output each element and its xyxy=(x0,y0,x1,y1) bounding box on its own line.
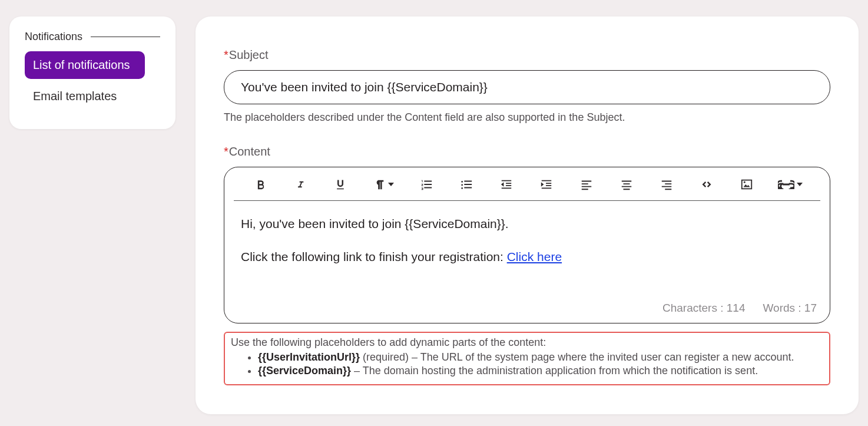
align-right-icon xyxy=(659,178,674,191)
paragraph-format-button[interactable] xyxy=(369,176,397,193)
align-right-button[interactable] xyxy=(655,176,678,193)
align-left-icon xyxy=(579,178,594,191)
indent-button[interactable] xyxy=(535,176,558,193)
editor-toolbar xyxy=(234,167,820,201)
sidebar-item-label: Email templates xyxy=(33,90,117,103)
insert-image-icon xyxy=(739,178,754,191)
required-mark: * xyxy=(224,48,228,61)
align-center-button[interactable] xyxy=(615,176,638,193)
ordered-list-button[interactable] xyxy=(415,176,438,193)
italic-button[interactable] xyxy=(289,176,312,193)
required-mark: * xyxy=(224,145,228,158)
placeholder-token: {{UserInvitationUrl}} xyxy=(258,351,360,363)
subject-field: *Subject xyxy=(224,48,830,104)
char-count: Characters : 114 xyxy=(662,302,745,315)
indent-icon xyxy=(539,178,554,191)
align-center-icon xyxy=(619,178,634,191)
main-panel: *Subject The placeholders described unde… xyxy=(196,16,859,414)
placeholder-token: {{ServiceDomain}} xyxy=(258,365,351,377)
hint-item: {{UserInvitationUrl}} (required) – The U… xyxy=(258,351,823,364)
content-paragraph: Hi, you've been invited to join {{Servic… xyxy=(241,215,813,233)
insert-image-button[interactable] xyxy=(736,176,758,193)
insert-link-icon xyxy=(778,180,794,189)
ordered-list-icon xyxy=(419,178,433,191)
sidebar: Notifications List of notifications Emai… xyxy=(9,16,175,129)
paragraph-format-icon xyxy=(373,178,386,191)
content-editor[interactable]: Hi, you've been invited to join {{Servic… xyxy=(224,201,830,298)
hint-list: {{UserInvitationUrl}} (required) – The U… xyxy=(258,351,823,377)
hint-intro: Use the following placeholders to add dy… xyxy=(231,336,823,349)
italic-icon xyxy=(296,178,305,191)
chevron-down-icon xyxy=(388,183,394,186)
insert-link-button[interactable] xyxy=(776,176,805,193)
placeholders-hint-box: Use the following placeholders to add dy… xyxy=(224,332,830,385)
sidebar-item-email-templates[interactable]: Email templates xyxy=(25,82,145,110)
outdent-icon xyxy=(499,178,514,191)
divider xyxy=(91,37,160,37)
rich-text-editor: Hi, you've been invited to join {{Servic… xyxy=(224,167,830,323)
underline-button[interactable] xyxy=(329,176,352,193)
align-left-button[interactable] xyxy=(575,176,598,193)
outdent-button[interactable] xyxy=(495,176,518,193)
bold-icon xyxy=(254,178,266,191)
subject-helper-text: The placeholders described under the Con… xyxy=(224,111,830,124)
subject-label: *Subject xyxy=(224,48,830,62)
editor-statusbar: Characters : 114 Words : 17 xyxy=(224,298,830,323)
sidebar-section-title: Notifications xyxy=(25,31,82,43)
content-link[interactable]: Click here xyxy=(507,250,562,263)
chevron-down-icon xyxy=(797,183,803,186)
bold-button[interactable] xyxy=(249,176,271,193)
unordered-list-button[interactable] xyxy=(455,176,478,193)
word-count: Words : 17 xyxy=(763,302,817,315)
sidebar-item-list-of-notifications[interactable]: List of notifications xyxy=(25,51,145,79)
content-label: *Content xyxy=(224,145,830,158)
subject-input[interactable] xyxy=(224,70,830,104)
code-view-button[interactable] xyxy=(695,176,718,193)
underline-icon xyxy=(334,177,346,191)
sidebar-item-label: List of notifications xyxy=(33,58,130,71)
hint-item: {{ServiceDomain}} – The domain hosting t… xyxy=(258,365,823,377)
sidebar-header: Notifications xyxy=(25,31,160,43)
unordered-list-icon xyxy=(459,178,473,191)
content-paragraph: Click the following link to finish your … xyxy=(241,248,813,266)
code-view-icon xyxy=(698,179,715,190)
svg-point-0 xyxy=(744,181,746,183)
